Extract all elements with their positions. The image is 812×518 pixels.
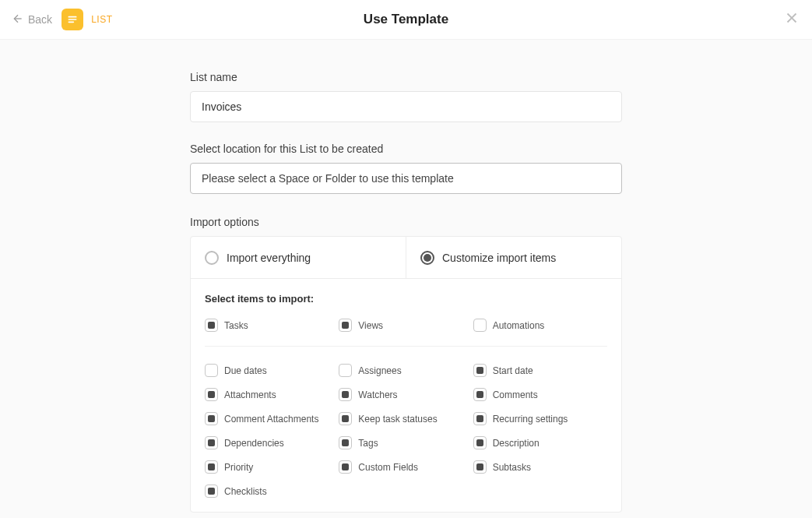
checkbox-unchecked-icon [473, 319, 487, 332]
import-item-label: Comment Attachments [224, 414, 318, 425]
tab-label: Customize import items [442, 252, 556, 264]
import-item-label: Comments [493, 389, 538, 400]
close-icon [783, 16, 800, 29]
items-divider [205, 346, 607, 347]
list-type-icon [62, 9, 83, 30]
location-select[interactable]: Please select a Space or Folder to use t… [190, 163, 622, 194]
checkbox-checked-icon [473, 364, 487, 377]
import-item[interactable]: Comments [473, 388, 607, 401]
form: List name Select location for this List … [190, 71, 622, 513]
checkbox-checked-icon [339, 412, 352, 425]
import-item-label: Recurring settings [493, 414, 568, 425]
checkbox-checked-icon [205, 412, 218, 425]
import-item[interactable]: Automations [473, 319, 607, 332]
checkbox-checked-icon [339, 436, 352, 449]
type-label: LIST [91, 14, 112, 25]
import-item[interactable]: Due dates [205, 364, 339, 377]
import-item[interactable]: Watchers [339, 388, 473, 401]
import-item-label: Start date [493, 365, 533, 376]
items-section: Select items to import: TasksViewsAutoma… [191, 279, 621, 512]
import-item[interactable]: Custom Fields [339, 460, 473, 474]
arrow-left-icon [12, 12, 24, 27]
import-item-label: Checklists [224, 486, 267, 497]
checkbox-checked-icon [473, 412, 487, 425]
checkbox-unchecked-icon [205, 364, 218, 377]
import-item[interactable]: Tags [339, 436, 473, 449]
checkbox-unchecked-icon [339, 364, 352, 377]
checkbox-checked-icon [473, 436, 487, 449]
import-item-label: Tasks [224, 320, 248, 331]
import-item[interactable]: Priority [205, 460, 339, 474]
radio-unchecked-icon [205, 251, 219, 265]
checkbox-checked-icon [205, 388, 218, 401]
checkbox-checked-icon [205, 485, 218, 498]
location-placeholder: Please select a Space or Folder to use t… [202, 172, 454, 185]
page-title: Use Template [0, 12, 812, 27]
checkbox-checked-icon [339, 388, 352, 401]
import-item[interactable]: Views [339, 319, 473, 332]
import-item-label: Watchers [358, 389, 397, 400]
import-item[interactable]: Tasks [205, 319, 339, 332]
import-item-label: Tags [358, 438, 378, 449]
import-item-label: Priority [224, 462, 253, 473]
topbar: Back LIST Use Template [0, 0, 812, 39]
radio-checked-icon [420, 251, 434, 265]
checkbox-checked-icon [339, 319, 352, 332]
location-label: Select location for this List to be crea… [190, 143, 622, 155]
import-item-label: Description [493, 438, 540, 449]
list-name-label: List name [190, 71, 622, 83]
import-item[interactable]: Description [473, 436, 607, 449]
tab-import-everything[interactable]: Import everything [191, 237, 406, 278]
import-item[interactable]: Attachments [205, 388, 339, 401]
import-item-label: Attachments [224, 389, 276, 400]
select-items-label: Select items to import: [205, 293, 607, 305]
checkbox-checked-icon [339, 460, 352, 474]
back-button[interactable]: Back [12, 12, 52, 27]
import-item[interactable]: Subtasks [473, 460, 607, 474]
back-label: Back [28, 13, 52, 26]
checkbox-checked-icon [205, 319, 218, 332]
checkbox-checked-icon [205, 436, 218, 449]
import-item-label: Subtasks [493, 462, 531, 473]
import-item-label: Dependencies [224, 438, 284, 449]
tab-label: Import everything [227, 252, 311, 264]
import-item[interactable]: Keep task statuses [339, 412, 473, 425]
import-options-label: Import options [190, 216, 622, 228]
import-item-label: Custom Fields [358, 462, 418, 473]
import-item[interactable]: Dependencies [205, 436, 339, 449]
import-tabs: Import everything Customize import items [191, 237, 621, 279]
import-item[interactable]: Recurring settings [473, 412, 607, 425]
import-item[interactable]: Start date [473, 364, 607, 377]
import-item-label: Views [358, 320, 383, 331]
checkbox-checked-icon [473, 388, 487, 401]
import-options-box: Import everything Customize import items… [190, 236, 622, 513]
import-item-label: Keep task statuses [358, 414, 437, 425]
import-item[interactable]: Comment Attachments [205, 412, 339, 425]
tab-customize-import[interactable]: Customize import items [406, 237, 621, 278]
checkbox-checked-icon [205, 460, 218, 474]
items-grid: TasksViewsAutomationsDue datesAssigneesS… [205, 319, 607, 498]
import-item-label: Assignees [358, 365, 401, 376]
import-item-label: Automations [493, 320, 545, 331]
import-item-label: Due dates [224, 365, 267, 376]
content-scroll[interactable]: List name Select location for this List … [0, 40, 812, 518]
close-button[interactable] [783, 9, 800, 30]
list-name-input[interactable] [190, 91, 622, 122]
checkbox-checked-icon [473, 460, 487, 474]
import-item[interactable]: Checklists [205, 485, 339, 498]
import-item[interactable]: Assignees [339, 364, 473, 377]
